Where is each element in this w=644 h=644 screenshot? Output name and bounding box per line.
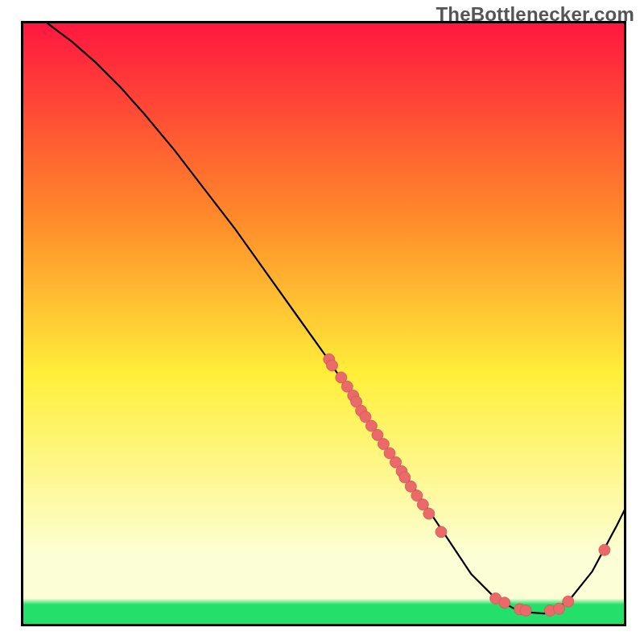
- svg-rect-0: [23, 23, 626, 626]
- data-point: [423, 508, 435, 519]
- watermark-text: TheBottlenecker.com: [436, 3, 634, 26]
- chart-svg: [23, 23, 626, 626]
- plot-area: [21, 21, 626, 626]
- data-point: [499, 597, 510, 609]
- data-point: [327, 360, 338, 371]
- data-point: [520, 605, 531, 616]
- data-point: [563, 596, 574, 607]
- data-point: [554, 603, 565, 614]
- data-point: [436, 526, 447, 538]
- chart-container: TheBottlenecker.com: [0, 0, 644, 644]
- data-point: [599, 544, 610, 555]
